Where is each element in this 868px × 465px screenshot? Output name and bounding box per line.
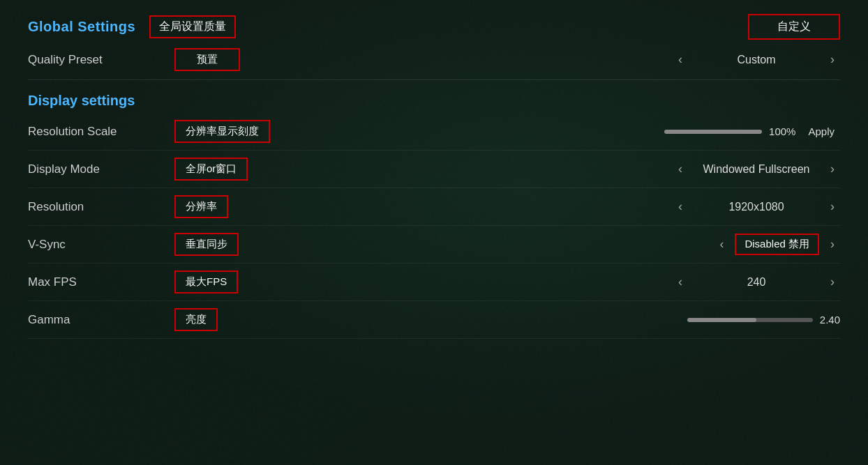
display-mode-left-arrow[interactable]: ‹ — [673, 159, 688, 179]
max-fps-right-arrow[interactable]: › — [825, 272, 840, 292]
gamma-value: 2.40 — [820, 314, 840, 326]
gamma-fill — [687, 318, 756, 322]
max-fps-row: Max FPS 最大FPS ‹ 240 › — [28, 264, 840, 301]
resolution-scale-slider[interactable] — [664, 130, 762, 134]
resolution-left-arrow[interactable]: ‹ — [673, 197, 688, 217]
resolution-row: Resolution 分辨率 ‹ 1920x1080 › — [28, 188, 840, 226]
max-fps-value: 240 — [694, 276, 819, 289]
quality-preset-row: Quality Preset 预置 ‹ Custom › — [28, 43, 840, 77]
quality-preset-value: Custom — [694, 54, 819, 66]
vsync-annotation: 垂直同步 — [174, 233, 239, 256]
display-mode-label: Display Mode — [28, 162, 167, 176]
max-fps-annotation: 最大FPS — [174, 270, 238, 294]
quality-preset-right-arrow[interactable]: › — [825, 49, 840, 70]
resolution-scale-fill — [664, 130, 762, 134]
resolution-annotation: 分辨率 — [174, 195, 228, 218]
display-mode-annotation: 全屏or窗口 — [174, 158, 248, 181]
gamma-label: Gamma — [28, 313, 167, 327]
quality-preset-label: Quality Preset — [28, 53, 167, 67]
resolution-right-arrow[interactable]: › — [825, 197, 840, 217]
gamma-slider[interactable] — [687, 318, 813, 322]
gamma-row: Gamma 亮度 2.40 — [28, 301, 840, 339]
vsync-left-arrow[interactable]: ‹ — [714, 234, 729, 254]
resolution-scale-label: Resolution Scale — [28, 125, 167, 139]
display-mode-right-arrow[interactable]: › — [825, 159, 840, 179]
resolution-scale-annotation: 分辨率显示刻度 — [174, 120, 270, 143]
max-fps-label: Max FPS — [28, 275, 167, 289]
display-mode-row: Display Mode 全屏or窗口 ‹ Windowed Fullscree… — [28, 151, 840, 188]
resolution-label: Resolution — [28, 200, 167, 214]
vsync-value: Disabled 禁用 — [735, 234, 819, 255]
global-settings-title: Global Settings — [28, 19, 135, 35]
vsync-right-arrow[interactable]: › — [825, 234, 840, 254]
display-settings-title: Display settings — [28, 93, 840, 109]
display-mode-value: Windowed Fullscreen — [694, 163, 819, 176]
resolution-value: 1920x1080 — [694, 201, 819, 213]
vsync-label: V-Sync — [28, 238, 167, 252]
resolution-scale-value: 100% — [769, 125, 795, 137]
gamma-annotation: 亮度 — [174, 308, 218, 331]
vsync-row: V-Sync 垂直同步 ‹ Disabled 禁用 › — [28, 226, 840, 264]
resolution-scale-apply[interactable]: Apply — [802, 123, 840, 140]
quality-preset-left-arrow[interactable]: ‹ — [673, 49, 688, 70]
resolution-scale-row: Resolution Scale 分辨率显示刻度 100% Apply — [28, 113, 840, 151]
global-settings-annotation: 全局设置质量 — [149, 15, 236, 38]
max-fps-left-arrow[interactable]: ‹ — [673, 272, 688, 292]
quality-preset-annotation: 预置 — [174, 48, 240, 71]
custom-button[interactable]: 自定义 — [748, 14, 840, 40]
